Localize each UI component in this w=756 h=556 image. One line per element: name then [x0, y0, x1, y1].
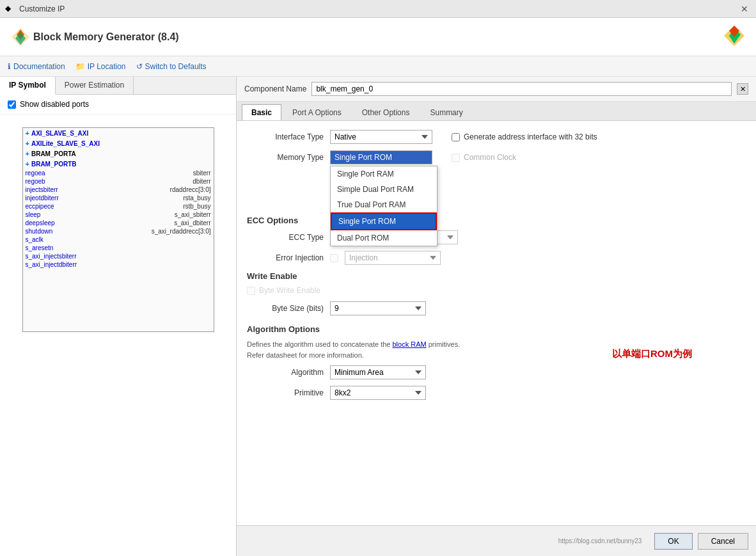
primitive-row: Primitive 8kx2 18kx2 36kx4 — [247, 386, 746, 400]
tab-content-basic: Interface Type Native AXI4 Generate addr… — [237, 121, 756, 525]
dropdown-item-dual-port-rom[interactable]: Dual Port ROM — [331, 230, 437, 246]
app-icon: ◆ — [5, 4, 15, 14]
algorithm-desc-line2: Refer datasheet for more information. — [247, 351, 364, 359]
port-injectsbiterr: injectsbiterr rdaddrecc[3:0] — [23, 186, 214, 194]
header-title: Block Memory Generator (8.4) — [33, 31, 179, 43]
ecc-type-label: ECC Type — [247, 233, 324, 242]
memory-type-row: Memory Type Single Port ROM Single Port … — [247, 150, 746, 164]
toolbar: ℹ Documentation 📁 IP Location ↺ Switch t… — [0, 56, 756, 77]
component-name-clear-button[interactable]: ✕ — [737, 83, 748, 95]
component-name-bar: Component Name ✕ — [237, 77, 756, 102]
tab-power-estimation[interactable]: Power Estimation — [56, 77, 134, 94]
expand-axi-slave-icon[interactable]: + — [26, 129, 29, 137]
header-logo-area — [723, 24, 746, 49]
block-ram-link[interactable]: block RAM — [392, 340, 426, 348]
generate-address-checkbox[interactable] — [452, 133, 460, 141]
algorithm-options-header: Algorithm Options — [247, 324, 746, 334]
ip-location-link[interactable]: 📁 IP Location — [75, 62, 126, 71]
bottom-url: https://blog.csdn.net/bunny23 — [244, 537, 649, 544]
port-injectdbiterr: injeotdbiterr rsta_busy — [23, 194, 214, 202]
generate-address-row: Generate address interface with 32 bits — [452, 132, 597, 141]
ip-symbol-box: + AXI_SLAVE_S_AXI + AXILite_SLAVE_S_AXI … — [22, 127, 214, 332]
memory-type-label: Memory Type — [247, 153, 324, 162]
header: Block Memory Generator (8.4) — [0, 18, 756, 56]
primitive-select[interactable]: 8kx2 18kx2 36kx4 — [330, 386, 426, 400]
dropdown-item-single-port-rom[interactable]: Single Port ROM — [331, 212, 437, 230]
interface-type-row: Interface Type Native AXI4 Generate addr… — [247, 130, 746, 144]
ecc-options-header: ECC Options — [247, 216, 746, 225]
algorithm-row: Algorithm Minimum Area Low Power Fixed P… — [247, 365, 746, 379]
port-shutdown: shutdown s_axi_rdaddrecc[3:0] — [23, 227, 214, 235]
byte-write-enable-label: Byte Write Enable — [259, 286, 320, 295]
body-split: IP Symbol Power Estimation Show disabled… — [0, 77, 756, 556]
show-disabled-ports-label: Show disabled ports — [20, 100, 89, 109]
byte-size-select[interactable]: 9 8 — [330, 301, 426, 315]
port-s-axi-injectdbiterr: s_axi_injectdbiterr — [23, 260, 214, 269]
show-disabled-ports-checkbox[interactable] — [8, 100, 16, 109]
expand-axilite-slave-icon[interactable]: + — [26, 139, 29, 147]
ok-button[interactable]: OK — [654, 533, 692, 550]
title-bar-title: Customize IP — [19, 4, 65, 13]
algorithm-label: Algorithm — [247, 368, 324, 377]
switch-to-defaults-link[interactable]: ↺ Switch to Defaults — [136, 62, 207, 71]
ip-symbol-canvas: + AXI_SLAVE_S_AXI + AXILite_SLAVE_S_AXI … — [0, 115, 236, 556]
left-panel: IP Symbol Power Estimation Show disabled… — [0, 77, 237, 556]
byte-size-row: Byte Size (bits) 9 8 — [247, 301, 746, 315]
component-name-label: Component Name — [244, 84, 306, 93]
documentation-link[interactable]: ℹ Documentation — [8, 62, 65, 71]
dropdown-item-true-dual-port-ram[interactable]: True Dual Port RAM — [331, 197, 437, 212]
error-injection-select[interactable]: Injection — [345, 251, 441, 265]
ecc-type-row: ECC Type — [247, 230, 746, 244]
error-injection-row: Error Injection Injection — [247, 251, 746, 265]
folder-icon: 📁 — [75, 62, 85, 71]
common-clock-row: Common Clock — [452, 153, 516, 162]
title-bar: ◆ Customize IP ✕ — [0, 0, 756, 18]
group-bram-porta: + BRAM_PORTA — [23, 148, 214, 159]
expand-bram-porta-icon[interactable]: + — [26, 150, 29, 157]
tab-other-options[interactable]: Other Options — [352, 104, 420, 120]
memory-type-dropdown: Single Port RAM Simple Dual Port RAM Tru… — [330, 166, 437, 246]
info-icon: ℹ — [8, 62, 11, 71]
right-panel: Component Name ✕ Basic Port A Options Ot… — [237, 77, 756, 556]
tab-port-a-options[interactable]: Port A Options — [283, 104, 351, 120]
dropdown-item-single-port-ram[interactable]: Single Port RAM — [331, 166, 437, 182]
tab-ip-symbol[interactable]: IP Symbol — [0, 77, 56, 95]
dropdown-item-simple-dual-port-ram[interactable]: Simple Dual Port RAM — [331, 182, 437, 197]
common-clock-checkbox[interactable] — [452, 154, 460, 162]
close-button[interactable]: ✕ — [738, 3, 751, 15]
left-panel-tabs: IP Symbol Power Estimation — [0, 77, 236, 95]
main-tabs-row: Basic Port A Options Other Options Summa… — [237, 102, 756, 121]
refresh-icon: ↺ — [136, 62, 143, 71]
byte-write-enable-row: Byte Write Enable — [247, 286, 746, 295]
switch-defaults-label: Switch to Defaults — [145, 62, 207, 71]
tab-summary[interactable]: Summary — [420, 104, 472, 120]
header-logo-icon — [723, 24, 746, 47]
byte-write-enable-checkbox[interactable] — [247, 287, 255, 295]
component-name-input[interactable] — [311, 82, 732, 96]
error-injection-checkbox[interactable] — [330, 254, 338, 262]
common-clock-label: Common Clock — [464, 153, 516, 162]
main-container: Block Memory Generator (8.4) ℹ Documenta… — [0, 18, 756, 556]
group-axilite-slave: + AXILite_SLAVE_S_AXI — [23, 138, 214, 148]
expand-bram-portb-icon[interactable]: + — [26, 160, 29, 168]
tab-basic[interactable]: Basic — [242, 104, 281, 120]
algorithm-options-section: Algorithm Options Defines the algorithm … — [247, 324, 746, 400]
port-eccpipece: eccpipece rstb_busy — [23, 202, 214, 210]
chinese-annotation: 以单端口ROM为例 — [612, 348, 692, 360]
memory-type-select[interactable]: Single Port ROM — [330, 150, 432, 164]
port-deepsleep: deepsleep s_axi_dbiterr — [23, 219, 214, 227]
documentation-label: Documentation — [13, 62, 65, 71]
right-inner: Component Name ✕ Basic Port A Options Ot… — [237, 77, 756, 556]
bottom-bar: https://blog.csdn.net/bunny23 OK Cancel — [237, 525, 756, 556]
vivado-logo-icon — [10, 27, 31, 47]
interface-type-select[interactable]: Native AXI4 — [330, 130, 432, 144]
port-sleep: sleep s_axi_sbiterr — [23, 210, 214, 219]
memory-type-select-wrapper: Single Port ROM Single Port RAM Simple D… — [330, 150, 432, 164]
algorithm-select[interactable]: Minimum Area Low Power Fixed Primitive — [330, 365, 426, 379]
group-bram-portb: + BRAM_PORTB — [23, 159, 214, 169]
port-s-axi-injectsbiterr: s_axi_injectsbiterr — [23, 252, 214, 260]
ip-location-label: IP Location — [88, 62, 126, 71]
group-axi-slave: + AXI_SLAVE_S_AXI — [23, 128, 214, 138]
write-enable-header: Write Enable — [247, 271, 746, 281]
cancel-button[interactable]: Cancel — [698, 533, 748, 550]
